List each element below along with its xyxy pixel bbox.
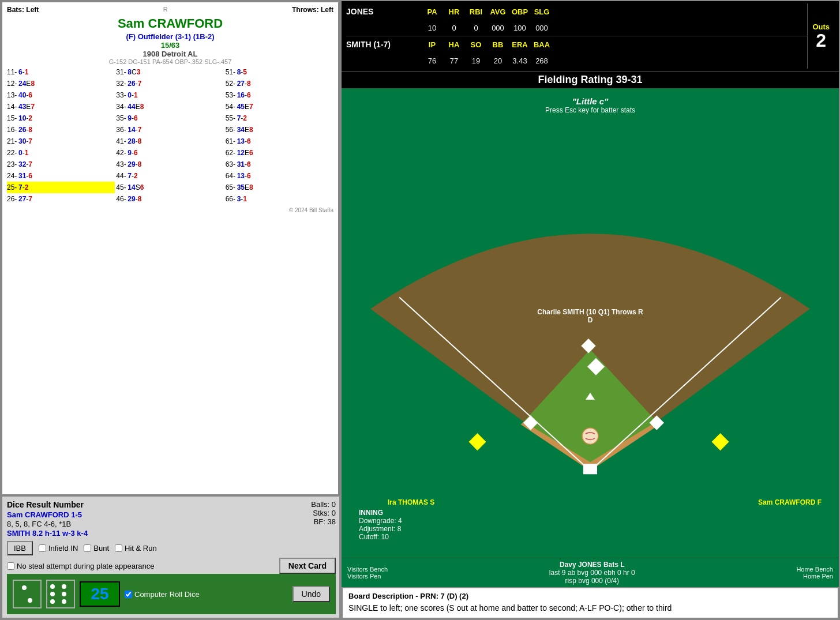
bottom-left-panel: Dice Result Number Sam CRAWFORD 1-5 8, 5… [1, 495, 340, 619]
player-name: Sam CRAWFORD [5, 15, 336, 32]
dice-row-num: 63- [226, 160, 237, 168]
dice-val2: 6 [247, 137, 251, 145]
die-dot [62, 599, 66, 604]
dice-row: 43-29-8 [116, 159, 224, 170]
dice-val1: 44 [127, 103, 135, 111]
undo-button[interactable]: Undo [292, 586, 330, 602]
dice-val1: 12 [237, 149, 245, 157]
dice-row-num: 13- [7, 91, 18, 99]
dice-val2: 6 [28, 91, 32, 99]
dice-val2: 1 [25, 68, 29, 76]
dice-val2: 2 [25, 183, 29, 191]
dice-col-1: 31-8C332-26-733-0-134-44E835-9-636-14-74… [116, 66, 224, 205]
dice-val1: 3 [237, 195, 241, 203]
main-container: Bats: Left R Throws: Left Sam CRAWFORD (… [0, 0, 840, 620]
no-steal-label[interactable]: No steal attempt during plate appearance [7, 562, 155, 570]
jones-name: JONES [346, 7, 421, 16]
dice-player-name: Sam CRAWFORD 1-5 [7, 510, 302, 519]
jones-header-row: JONES PAHRRBIAVGOBPSLG [346, 3, 807, 20]
visitors-area: Visitors Bench Visitors Pen [347, 566, 388, 580]
die-face-2 [46, 580, 75, 608]
dice-result-title: Dice Result Number [7, 500, 302, 509]
score-col-header: BB [487, 40, 509, 49]
dice-row: 33-0-1 [116, 89, 224, 101]
jones-values: 1000000100000 [421, 24, 553, 32]
dice-row: 54-45E7 [226, 101, 333, 112]
dice-val1: 29 [127, 195, 135, 203]
player-position: (F) Outfielder (3-1) (1B-2) [5, 32, 336, 41]
dice-row: 32-26-7 [116, 78, 224, 89]
bunt-label[interactable]: Bunt [84, 544, 109, 553]
balls-display: Balls: 0 [311, 500, 336, 509]
bf-display: BF: 38 [311, 517, 336, 526]
dice-val2: 7 [28, 137, 32, 145]
dice-val2: 2 [243, 114, 247, 122]
dice-row-num: 41- [116, 137, 127, 145]
computer-roll-area: Computer Roll Dice [125, 590, 200, 599]
score-col-val: 3.43 [509, 57, 531, 65]
dice-row: 16-26-8 [7, 124, 115, 136]
score-col-header: SLG [531, 7, 553, 16]
dice-col-2: 51-8-552-27-853-16-654-45E755-7-256-34E8… [226, 66, 333, 205]
dice-row-num: 46- [116, 195, 127, 203]
dice-row-num: 36- [116, 126, 127, 134]
outs-value: 2 [816, 31, 826, 50]
dice-val2: 8 [138, 195, 142, 203]
dice-val1: 31 [18, 172, 26, 180]
fielding-rating-bar: Fielding Rating 39-31 [342, 71, 839, 88]
dice-val2: 6 [247, 160, 251, 168]
smith-name: SMITH (1-7) [346, 40, 421, 49]
dice-row-num: 24- [7, 172, 18, 180]
dice-val1: 35 [237, 183, 245, 191]
dice-val2: 7 [28, 195, 32, 203]
dice-val1: 28 [127, 137, 135, 145]
dice-row: 51-8-5 [226, 66, 333, 78]
dice-row: 42-9-6 [116, 147, 224, 159]
infield-in-checkbox[interactable] [39, 544, 46, 552]
dice-dash: E [245, 183, 249, 191]
hit-run-checkbox[interactable] [115, 544, 122, 552]
die-dot [62, 592, 66, 596]
dice-row: 56-34E8 [226, 124, 333, 136]
bunt-checkbox[interactable] [84, 544, 91, 552]
smith-values-row: 767719203.43268 [346, 52, 807, 69]
inning-box: INNING Downgrade: 4 Adjustment: 8 Cutoff… [359, 509, 402, 541]
bats-label: Bats: Left [7, 6, 39, 14]
field-svg [342, 88, 839, 587]
dice-row: 65-35E8 [226, 182, 333, 193]
score-col-val: 77 [443, 57, 465, 65]
dice-val1: 32 [18, 160, 26, 168]
dice-val1: 10 [18, 114, 26, 122]
no-steal-checkbox[interactable] [7, 562, 14, 570]
field-quote: "Little c" Press Esc key for batter stat… [342, 96, 839, 114]
computer-roll-checkbox[interactable] [125, 591, 132, 598]
dice-val1: 30 [18, 137, 26, 145]
board-desc-title: Board Description - PRN: 7 (D) (2) [348, 592, 832, 600]
dice-val2: 8 [247, 80, 251, 88]
dice-row: 31-8C3 [116, 66, 224, 78]
score-col-val: 000 [487, 24, 509, 32]
dice-dash: E [245, 103, 249, 111]
dice-row: 25-7-2 [7, 182, 115, 193]
dice-val1: 13 [237, 137, 245, 145]
dice-row-num: 23- [7, 160, 18, 168]
next-card-button[interactable]: Next Card [279, 558, 336, 574]
hit-run-label[interactable]: Hit & Run [115, 544, 157, 553]
dice-row-num: 16- [7, 126, 18, 134]
left-panel: Bats: Left R Throws: Left Sam CRAWFORD (… [0, 0, 340, 620]
dice-val2: 6 [134, 149, 138, 157]
dice-val2: 7 [249, 103, 253, 111]
no-steal-row: No steal attempt during plate appearance… [7, 558, 336, 574]
dice-val1: 14 [127, 183, 135, 191]
row-r-label: R [163, 6, 168, 14]
dice-val2: 6 [247, 172, 251, 180]
infield-in-label[interactable]: Infield IN [39, 544, 78, 553]
lf-player-label: Ira THOMAS S [388, 498, 434, 506]
ibb-button[interactable]: IBB [7, 541, 33, 555]
die-dot [50, 584, 55, 589]
dice-val2: 6 [247, 91, 251, 99]
dice-val1: 7 [127, 172, 132, 180]
copyright: © 2024 Bill Staffa [5, 206, 336, 215]
dice-row-num: 45- [116, 183, 127, 191]
dice-row: 55-7-2 [226, 112, 333, 124]
